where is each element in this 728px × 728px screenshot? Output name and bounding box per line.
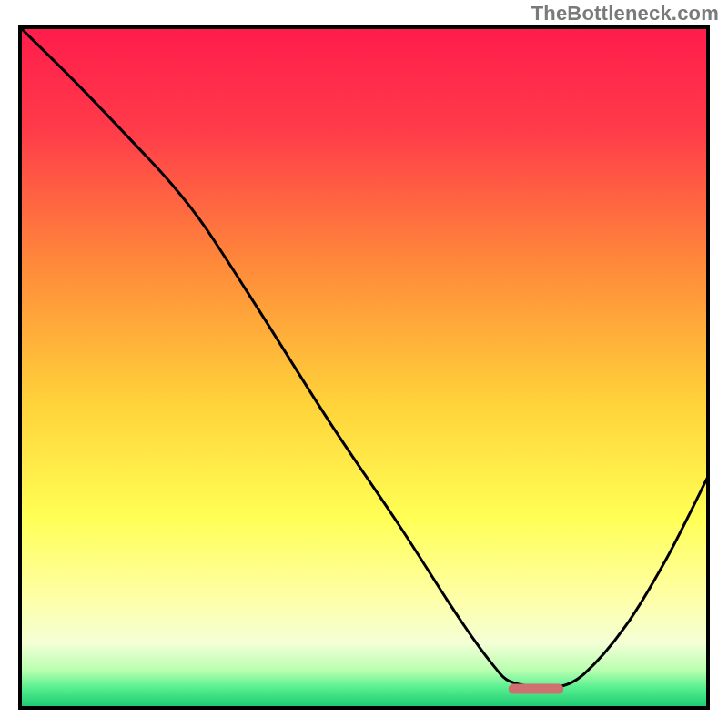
- chart-container: TheBottleneck.com: [0, 0, 728, 728]
- optimal-marker: [509, 684, 563, 694]
- bottleneck-chart: [0, 0, 728, 728]
- gradient-background: [20, 27, 708, 708]
- watermark-text: TheBottleneck.com: [531, 2, 719, 25]
